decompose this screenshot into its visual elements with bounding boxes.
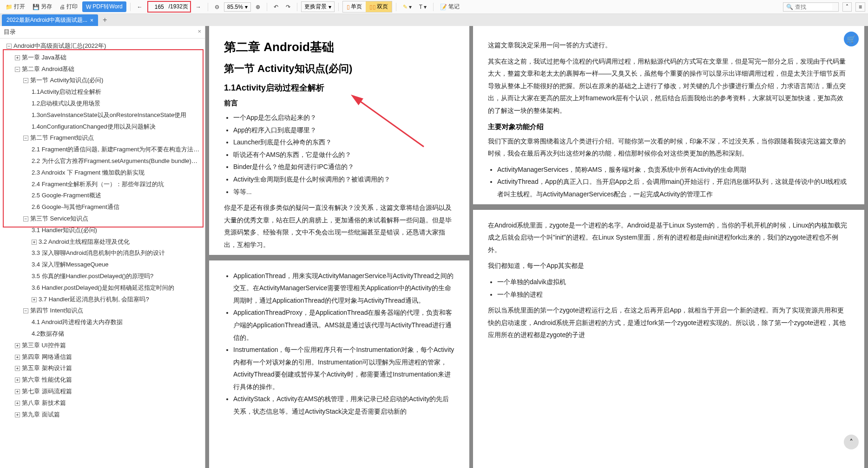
toc-item[interactable]: −第一节 Activity知识点(必问): [0, 75, 205, 86]
expand-icon[interactable]: +: [15, 55, 20, 60]
search-icon: 🔍: [786, 4, 793, 10]
toc-item[interactable]: 2.3 Androidx 下 Fragment 懒加载的新实现: [0, 167, 205, 179]
zoom-value: 85.5%: [227, 4, 243, 10]
dual-page-icon: ▯▯: [369, 4, 376, 10]
expand-icon[interactable]: +: [32, 297, 37, 302]
toc-item[interactable]: 3.1 Handler知识点(必问): [0, 225, 205, 236]
zoom-out-button[interactable]: ⊖: [212, 2, 222, 12]
toc-label: 3.5 你真的懂Handler.postDelayed()的原理吗?: [32, 273, 153, 280]
more-button[interactable]: ≡: [855, 2, 865, 12]
toc-item[interactable]: +第四章 网络通信篇: [0, 351, 205, 363]
list-item: 一个单独的dalvik虚拟机: [497, 276, 849, 288]
close-icon[interactable]: ×: [90, 17, 93, 24]
toc-item[interactable]: 3.3 深入聊聊Android消息机制中的消息队列的设计: [0, 247, 205, 259]
toc-item[interactable]: +3.7 Handler延迟消息执行机制, 会阻塞吗?: [0, 294, 205, 306]
list-item: ApplicationThread，用来实现ActivityManagerSer…: [233, 270, 454, 307]
note-button[interactable]: 📝笔记: [437, 1, 462, 12]
toc-item[interactable]: 3.4 深入理解MessageQueue: [0, 259, 205, 271]
toc-item[interactable]: 2.6 Google-与其他Fragment通信: [0, 202, 205, 213]
export-button[interactable]: 💾另存: [30, 1, 55, 12]
toc-item[interactable]: +第七章 源码流程篇: [0, 386, 205, 397]
list-item: Launcher到底是什么神奇的东西？: [233, 136, 454, 149]
toc-label: 第四章 网络通信篇: [22, 353, 72, 360]
main-toolbar: 📁打开 💾另存 🖨打印 WPDF转Word ← /1932页 → ⊖ 85.5%…: [0, 0, 868, 14]
expand-icon[interactable]: +: [15, 343, 20, 348]
toc-item[interactable]: +第三章 UI控件篇: [0, 340, 205, 351]
separator: [208, 3, 208, 11]
toc-item[interactable]: −第三节 Service知识点: [0, 213, 205, 225]
list-item: ActivityThread，App的真正入口。当开启App之后，会调用main…: [497, 176, 849, 200]
toc-item[interactable]: 1.1Activity启动过程全解析: [0, 86, 205, 98]
redo-button[interactable]: ↷: [283, 2, 293, 12]
toc-item[interactable]: −第四节 Intent知识点: [0, 305, 205, 317]
paragraph: 我们都知道，每一个App其实都是: [488, 260, 849, 272]
text-button[interactable]: T▾: [416, 2, 429, 12]
zoom-select[interactable]: 85.5%▾: [224, 2, 251, 12]
expand-icon[interactable]: +: [15, 377, 20, 383]
bg-select[interactable]: 更换背景▾: [301, 1, 335, 12]
undo-button[interactable]: ↶: [271, 2, 281, 12]
toc-label: 1.1Activity启动过程全解析: [32, 88, 101, 95]
paragraph: 这篇文章我决定采用一问一答的方式进行。: [488, 39, 849, 52]
collapse-icon[interactable]: −: [15, 67, 20, 72]
toc-item[interactable]: 2.5 Google-Fragment概述: [0, 190, 205, 202]
toc-item[interactable]: 1.3onSaveInstanceState以及onRestoreInstanc…: [0, 110, 205, 121]
dual-page-button[interactable]: ▯▯双页: [366, 1, 392, 12]
toc-item[interactable]: 4.1 Android跨进程传递大内存数据: [0, 317, 205, 328]
toc-item[interactable]: +第六章 性能优化篇: [0, 374, 205, 386]
expand-icon[interactable]: +: [15, 389, 20, 394]
toc-item[interactable]: −Android中高级面试题汇总(2022年): [0, 40, 205, 52]
scroll-top-button[interactable]: ˄: [844, 435, 859, 449]
toc-item[interactable]: +第八章 新技术篇: [0, 397, 205, 409]
single-page-button[interactable]: ▯单页: [343, 1, 366, 12]
document-tab[interactable]: 2022最新Android中高级面试题... ×: [2, 14, 98, 26]
expand-icon[interactable]: +: [15, 366, 20, 371]
toc-item[interactable]: +第九章 面试篇: [0, 409, 205, 421]
toc-label: Android中高级面试题汇总(2022年): [13, 42, 106, 49]
collapse-icon[interactable]: −: [23, 308, 28, 313]
toc-item[interactable]: 3.5 你真的懂Handler.postDelayed()的原理吗?: [0, 271, 205, 282]
search-box[interactable]: 🔍: [783, 2, 839, 12]
collapse-icon[interactable]: −: [23, 136, 28, 141]
toc-label: 2.2 为什么官方推荐Fragment.setArguments(Bundle …: [32, 157, 205, 164]
collapse-button[interactable]: ˄: [842, 2, 852, 12]
toc-item[interactable]: 1.2启动模式以及使用场景: [0, 98, 205, 110]
toc-item[interactable]: 2.4 Fragment全解析系列（一）：那些年踩过的坑: [0, 179, 205, 190]
collapse-icon[interactable]: −: [23, 78, 28, 83]
toc-item[interactable]: 3.6 Handler.postDelayed()是如何精确延迟指定时间的: [0, 282, 205, 294]
list-item: App的程序入口到底是哪里？: [233, 124, 454, 136]
next-page-button[interactable]: →: [193, 2, 204, 12]
toc-item[interactable]: +3.2 Android主线程阻塞处理及优化: [0, 236, 205, 248]
expand-icon[interactable]: +: [15, 401, 20, 406]
zoom-in-button[interactable]: ⊕: [253, 2, 263, 12]
toc-item[interactable]: +第一章 Java基础: [0, 52, 205, 64]
chevron-up-icon: ˄: [849, 438, 853, 447]
dual-page-label: 双页: [377, 3, 388, 11]
collapse-icon[interactable]: −: [23, 216, 28, 221]
toc-item[interactable]: 1.4onConfigurationChanged使用以及问题解决: [0, 121, 205, 133]
single-page-icon: ▯: [347, 4, 350, 10]
collapse-icon[interactable]: −: [7, 44, 12, 49]
share-button[interactable]: 🛒: [844, 32, 859, 46]
open-button[interactable]: 📁打开: [3, 1, 28, 12]
close-icon[interactable]: ×: [197, 28, 201, 36]
toc-item[interactable]: −第二章 Android基础: [0, 64, 205, 75]
toc-item[interactable]: 4.2数据存储: [0, 328, 205, 340]
expand-icon[interactable]: +: [15, 355, 20, 360]
toc-label: 4.2数据存储: [32, 330, 64, 337]
pdf-to-word-button[interactable]: WPDF转Word: [82, 1, 126, 12]
page-input[interactable]: [150, 4, 169, 10]
print-button[interactable]: 🖨打印: [57, 1, 80, 12]
toc-item[interactable]: 2.2 为什么官方推荐Fragment.setArguments(Bundle …: [0, 156, 205, 167]
toc-item[interactable]: +第五章 架构设计篇: [0, 363, 205, 374]
toc-item[interactable]: −第二节 Fragment知识点: [0, 132, 205, 144]
add-tab-button[interactable]: +: [101, 14, 109, 26]
expand-icon[interactable]: +: [32, 240, 37, 245]
highlight-button[interactable]: ✎▾: [400, 2, 414, 12]
prev-page-button[interactable]: ←: [134, 2, 145, 12]
toc-sidebar: 目录 × −Android中高级面试题汇总(2022年) +第一章 Java基础…: [0, 26, 205, 468]
search-input[interactable]: [795, 4, 832, 10]
redo-icon: ↷: [286, 4, 290, 10]
expand-icon[interactable]: +: [15, 412, 20, 417]
toc-item[interactable]: 2.1 Fragment的通信问题, 新建Fragment为何不要在构造方法中传…: [0, 144, 205, 156]
